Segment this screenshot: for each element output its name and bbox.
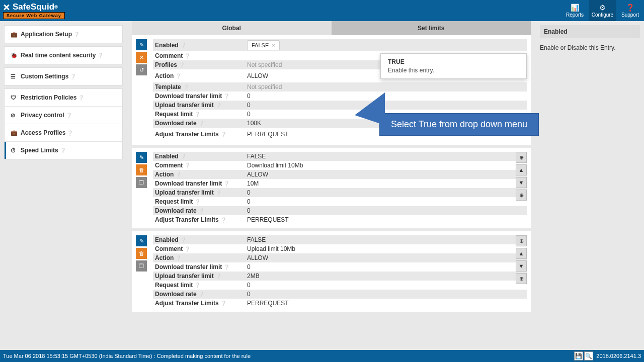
remove-icon[interactable]: × bbox=[272, 42, 275, 48]
help-icon: ❔ bbox=[194, 112, 200, 117]
field-value: 0 bbox=[247, 102, 251, 109]
help-icon: ❔ bbox=[215, 190, 221, 196]
del-button[interactable]: 🗑 bbox=[136, 248, 147, 259]
tab-set-limits[interactable]: Set limits bbox=[332, 21, 531, 35]
logo-icon bbox=[3, 3, 11, 11]
sidebar-icon: 💼 bbox=[11, 31, 18, 38]
copy-button[interactable]: ❐ bbox=[136, 177, 147, 188]
field-value-cell: 0 bbox=[245, 290, 527, 299]
field-row: Request limit ❔0 bbox=[153, 197, 527, 206]
field-label: Action ❔ bbox=[153, 71, 245, 80]
sidebar-icon: 💼 bbox=[11, 130, 18, 136]
logo-area: SafeSquid ® Secure Web Gateway bbox=[0, 2, 65, 19]
fields: Enabled ❔FALSEComment ❔Download limit 10… bbox=[153, 152, 527, 224]
field-row: Download rate ❔0 bbox=[153, 290, 527, 299]
help-icon: ❔ bbox=[220, 301, 226, 306]
sidebar-label: Privacy control bbox=[21, 112, 64, 119]
field-row: Upload transfer limit ❔2MB bbox=[153, 272, 527, 281]
nav-support[interactable]: ❓ Support bbox=[616, 0, 644, 21]
del-button[interactable]: 🗑 bbox=[136, 164, 147, 175]
edit-button[interactable]: ✎ bbox=[136, 39, 147, 50]
help-icon: ❔ bbox=[67, 130, 73, 136]
field-value-cell[interactable]: Not specified bbox=[245, 82, 527, 92]
sidebar-label: Restriction Policies bbox=[21, 94, 76, 101]
field-value-cell: PERREQUEST bbox=[245, 215, 527, 224]
field-value: 0 bbox=[247, 198, 251, 205]
sidebar-item-application-setup[interactable]: 💼Application Setup ❔ bbox=[5, 26, 122, 43]
del-button[interactable]: ✕ bbox=[136, 52, 147, 63]
field-label: Request limit ❔ bbox=[153, 281, 245, 290]
field-value: ALLOW bbox=[247, 254, 268, 261]
field-value: Upload limit 10Mb bbox=[247, 245, 295, 252]
logo-reg: ® bbox=[54, 5, 58, 10]
field-label: Download transfer limit ❔ bbox=[153, 92, 245, 101]
callout-arrow-icon bbox=[355, 93, 385, 125]
dropdown-option-title: TRUE bbox=[388, 58, 519, 65]
field-value-cell: 2MB bbox=[245, 272, 527, 281]
field-label: Enabled ❔ bbox=[153, 152, 245, 161]
support-icon: ❓ bbox=[626, 4, 634, 12]
field-value-cell[interactable]: FALSE× bbox=[245, 39, 527, 51]
field-value-cell: FALSE bbox=[245, 152, 527, 161]
field-label: Enabled ❔ bbox=[153, 41, 245, 50]
tab-global[interactable]: Global bbox=[132, 21, 332, 35]
reorder-button[interactable]: ▼ bbox=[516, 177, 527, 188]
reorder-button[interactable]: ⊕ bbox=[516, 152, 527, 163]
help-icon: ❔ bbox=[198, 208, 204, 214]
field-value: 10M bbox=[247, 180, 259, 187]
edit-button[interactable]: ✎ bbox=[136, 152, 147, 163]
nav-reports[interactable]: 📊 Reports bbox=[561, 0, 589, 21]
field-row: Comment ❔Upload limit 10Mb bbox=[153, 244, 527, 253]
sidebar-item-real-time-content-security[interactable]: 🐞Real time content security ❔ bbox=[5, 47, 122, 64]
field-row: Adjust Transfer Limits ❔PERREQUEST bbox=[153, 299, 527, 308]
dropdown[interactable]: TRUEEnable this entry. bbox=[380, 53, 527, 79]
help-icon: ❔ bbox=[60, 148, 66, 153]
field-value-cell: 0 bbox=[245, 188, 527, 197]
logo: SafeSquid ® bbox=[3, 2, 65, 12]
help-icon: ❔ bbox=[184, 246, 190, 252]
field-row: Action ❔ALLOW bbox=[153, 253, 527, 262]
sidebar-label: Real time content security bbox=[21, 52, 96, 59]
sidebar-item-access-profiles[interactable]: 💼Access Profiles ❔ bbox=[5, 124, 122, 142]
field-label: Adjust Transfer Limits ❔ bbox=[153, 130, 245, 139]
help-icon: ❔ bbox=[73, 32, 79, 37]
help-icon: ❔ bbox=[184, 53, 190, 59]
field-value-cell: FALSE bbox=[245, 235, 527, 244]
help-icon: ❔ bbox=[180, 154, 186, 159]
field-value: PERREQUEST bbox=[247, 216, 289, 223]
field-row: Comment ❔Download limit 10Mb bbox=[153, 161, 527, 170]
field-label: Request limit ❔ bbox=[153, 110, 245, 119]
entry-panel: ✎🗑❐Enabled ❔FALSEComment ❔Upload limit 1… bbox=[132, 231, 531, 312]
reorder-button[interactable]: ⊕ bbox=[516, 273, 527, 284]
reorder-button[interactable]: ⊕ bbox=[516, 235, 527, 246]
value-tag[interactable]: FALSE× bbox=[247, 40, 280, 50]
field-row: Adjust Transfer Limits ❔PERREQUEST bbox=[153, 215, 527, 224]
reorder-button[interactable]: ▲ bbox=[516, 248, 527, 259]
sidebar-item-speed-limits[interactable]: ⏱Speed Limits ❔ bbox=[5, 142, 122, 159]
help-icon: ❔ bbox=[175, 255, 181, 261]
reorder-button[interactable]: ▼ bbox=[516, 260, 527, 272]
help-icon: ❔ bbox=[198, 121, 204, 126]
sidebar-item-restriction-policies[interactable]: 🛡Restriction Policies ❔ bbox=[5, 89, 122, 107]
field-value: 0 bbox=[247, 282, 251, 289]
nav-configure[interactable]: ⚙ Configure bbox=[589, 0, 616, 21]
reports-icon: 📊 bbox=[571, 4, 579, 12]
field-value: 0 bbox=[247, 263, 251, 270]
edit-button[interactable]: ✎ bbox=[136, 235, 147, 246]
sidebar-item-privacy-control[interactable]: ⊘Privacy control ❔ bbox=[5, 107, 122, 124]
field-value: 0 bbox=[247, 93, 251, 100]
field-value-cell[interactable]: 0 bbox=[245, 92, 527, 101]
dropdown-option-desc: Enable this entry. bbox=[388, 67, 519, 74]
help-icon: ❔ bbox=[220, 132, 226, 137]
reorder-button[interactable]: ⊕ bbox=[516, 190, 527, 201]
reorder-button[interactable]: ▲ bbox=[516, 164, 527, 175]
logo-text: SafeSquid bbox=[13, 2, 54, 12]
field-value-cell: 0 bbox=[245, 281, 527, 290]
copy-button[interactable]: ❐ bbox=[136, 260, 147, 272]
help-icon: ❔ bbox=[215, 103, 221, 108]
rev-button[interactable]: ↺ bbox=[136, 64, 147, 75]
help-icon: ❔ bbox=[223, 181, 229, 187]
field-value-cell[interactable]: 0 bbox=[245, 101, 527, 110]
sidebar-item-custom-settings[interactable]: ☰Custom Settings ❔ bbox=[5, 68, 122, 85]
field-label: Template ❔ bbox=[153, 82, 245, 92]
